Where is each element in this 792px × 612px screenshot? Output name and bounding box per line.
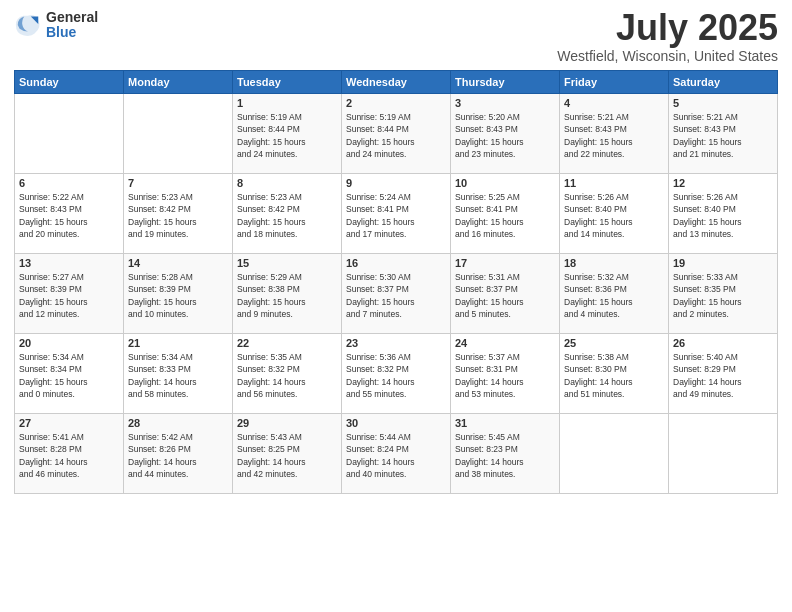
logo-general: General <box>46 10 98 25</box>
day-info: Sunrise: 5:21 AM Sunset: 8:43 PM Dayligh… <box>673 111 773 160</box>
day-number: 18 <box>564 257 664 269</box>
day-number: 9 <box>346 177 446 189</box>
calendar-cell: 13Sunrise: 5:27 AM Sunset: 8:39 PM Dayli… <box>15 254 124 334</box>
day-info: Sunrise: 5:32 AM Sunset: 8:36 PM Dayligh… <box>564 271 664 320</box>
logo-text: General Blue <box>46 10 98 41</box>
day-number: 12 <box>673 177 773 189</box>
calendar-cell: 21Sunrise: 5:34 AM Sunset: 8:33 PM Dayli… <box>124 334 233 414</box>
day-number: 24 <box>455 337 555 349</box>
day-info: Sunrise: 5:41 AM Sunset: 8:28 PM Dayligh… <box>19 431 119 480</box>
day-number: 11 <box>564 177 664 189</box>
day-number: 17 <box>455 257 555 269</box>
calendar-cell: 7Sunrise: 5:23 AM Sunset: 8:42 PM Daylig… <box>124 174 233 254</box>
day-info: Sunrise: 5:44 AM Sunset: 8:24 PM Dayligh… <box>346 431 446 480</box>
logo-icon <box>14 11 42 39</box>
day-number: 23 <box>346 337 446 349</box>
day-info: Sunrise: 5:35 AM Sunset: 8:32 PM Dayligh… <box>237 351 337 400</box>
location: Westfield, Wisconsin, United States <box>557 48 778 64</box>
week-row-2: 13Sunrise: 5:27 AM Sunset: 8:39 PM Dayli… <box>15 254 778 334</box>
column-header-sunday: Sunday <box>15 71 124 94</box>
calendar-cell: 29Sunrise: 5:43 AM Sunset: 8:25 PM Dayli… <box>233 414 342 494</box>
month-title: July 2025 <box>557 10 778 46</box>
day-info: Sunrise: 5:23 AM Sunset: 8:42 PM Dayligh… <box>128 191 228 240</box>
day-number: 15 <box>237 257 337 269</box>
day-number: 26 <box>673 337 773 349</box>
calendar-cell: 24Sunrise: 5:37 AM Sunset: 8:31 PM Dayli… <box>451 334 560 414</box>
week-row-3: 20Sunrise: 5:34 AM Sunset: 8:34 PM Dayli… <box>15 334 778 414</box>
day-info: Sunrise: 5:21 AM Sunset: 8:43 PM Dayligh… <box>564 111 664 160</box>
day-info: Sunrise: 5:40 AM Sunset: 8:29 PM Dayligh… <box>673 351 773 400</box>
calendar-cell: 9Sunrise: 5:24 AM Sunset: 8:41 PM Daylig… <box>342 174 451 254</box>
calendar-cell: 19Sunrise: 5:33 AM Sunset: 8:35 PM Dayli… <box>669 254 778 334</box>
day-number: 30 <box>346 417 446 429</box>
day-number: 3 <box>455 97 555 109</box>
calendar-cell: 12Sunrise: 5:26 AM Sunset: 8:40 PM Dayli… <box>669 174 778 254</box>
week-row-1: 6Sunrise: 5:22 AM Sunset: 8:43 PM Daylig… <box>15 174 778 254</box>
day-info: Sunrise: 5:25 AM Sunset: 8:41 PM Dayligh… <box>455 191 555 240</box>
day-number: 29 <box>237 417 337 429</box>
day-info: Sunrise: 5:36 AM Sunset: 8:32 PM Dayligh… <box>346 351 446 400</box>
calendar-cell: 10Sunrise: 5:25 AM Sunset: 8:41 PM Dayli… <box>451 174 560 254</box>
header-row: SundayMondayTuesdayWednesdayThursdayFrid… <box>15 71 778 94</box>
day-info: Sunrise: 5:31 AM Sunset: 8:37 PM Dayligh… <box>455 271 555 320</box>
day-info: Sunrise: 5:19 AM Sunset: 8:44 PM Dayligh… <box>346 111 446 160</box>
day-info: Sunrise: 5:20 AM Sunset: 8:43 PM Dayligh… <box>455 111 555 160</box>
day-number: 6 <box>19 177 119 189</box>
calendar-cell: 4Sunrise: 5:21 AM Sunset: 8:43 PM Daylig… <box>560 94 669 174</box>
day-info: Sunrise: 5:26 AM Sunset: 8:40 PM Dayligh… <box>564 191 664 240</box>
day-number: 20 <box>19 337 119 349</box>
day-number: 22 <box>237 337 337 349</box>
day-number: 28 <box>128 417 228 429</box>
day-info: Sunrise: 5:42 AM Sunset: 8:26 PM Dayligh… <box>128 431 228 480</box>
day-info: Sunrise: 5:22 AM Sunset: 8:43 PM Dayligh… <box>19 191 119 240</box>
day-number: 25 <box>564 337 664 349</box>
day-number: 1 <box>237 97 337 109</box>
day-number: 14 <box>128 257 228 269</box>
day-number: 2 <box>346 97 446 109</box>
day-info: Sunrise: 5:33 AM Sunset: 8:35 PM Dayligh… <box>673 271 773 320</box>
week-row-0: 1Sunrise: 5:19 AM Sunset: 8:44 PM Daylig… <box>15 94 778 174</box>
calendar-cell: 6Sunrise: 5:22 AM Sunset: 8:43 PM Daylig… <box>15 174 124 254</box>
logo-blue: Blue <box>46 25 98 40</box>
day-number: 10 <box>455 177 555 189</box>
day-number: 21 <box>128 337 228 349</box>
calendar-cell: 28Sunrise: 5:42 AM Sunset: 8:26 PM Dayli… <box>124 414 233 494</box>
day-info: Sunrise: 5:26 AM Sunset: 8:40 PM Dayligh… <box>673 191 773 240</box>
calendar-cell <box>669 414 778 494</box>
day-info: Sunrise: 5:37 AM Sunset: 8:31 PM Dayligh… <box>455 351 555 400</box>
day-number: 5 <box>673 97 773 109</box>
day-info: Sunrise: 5:28 AM Sunset: 8:39 PM Dayligh… <box>128 271 228 320</box>
day-number: 31 <box>455 417 555 429</box>
calendar-cell: 20Sunrise: 5:34 AM Sunset: 8:34 PM Dayli… <box>15 334 124 414</box>
calendar-cell: 14Sunrise: 5:28 AM Sunset: 8:39 PM Dayli… <box>124 254 233 334</box>
calendar-table: SundayMondayTuesdayWednesdayThursdayFrid… <box>14 70 778 494</box>
day-number: 7 <box>128 177 228 189</box>
calendar-cell: 27Sunrise: 5:41 AM Sunset: 8:28 PM Dayli… <box>15 414 124 494</box>
logo: General Blue <box>14 10 98 41</box>
day-number: 13 <box>19 257 119 269</box>
day-number: 27 <box>19 417 119 429</box>
title-block: July 2025 Westfield, Wisconsin, United S… <box>557 10 778 64</box>
day-info: Sunrise: 5:38 AM Sunset: 8:30 PM Dayligh… <box>564 351 664 400</box>
column-header-friday: Friday <box>560 71 669 94</box>
calendar-cell: 8Sunrise: 5:23 AM Sunset: 8:42 PM Daylig… <box>233 174 342 254</box>
day-info: Sunrise: 5:29 AM Sunset: 8:38 PM Dayligh… <box>237 271 337 320</box>
day-info: Sunrise: 5:45 AM Sunset: 8:23 PM Dayligh… <box>455 431 555 480</box>
calendar-cell: 25Sunrise: 5:38 AM Sunset: 8:30 PM Dayli… <box>560 334 669 414</box>
calendar-cell: 26Sunrise: 5:40 AM Sunset: 8:29 PM Dayli… <box>669 334 778 414</box>
column-header-wednesday: Wednesday <box>342 71 451 94</box>
calendar-cell: 1Sunrise: 5:19 AM Sunset: 8:44 PM Daylig… <box>233 94 342 174</box>
header: General Blue July 2025 Westfield, Wiscon… <box>14 10 778 64</box>
calendar-cell: 23Sunrise: 5:36 AM Sunset: 8:32 PM Dayli… <box>342 334 451 414</box>
day-number: 4 <box>564 97 664 109</box>
calendar-cell: 5Sunrise: 5:21 AM Sunset: 8:43 PM Daylig… <box>669 94 778 174</box>
calendar-cell: 11Sunrise: 5:26 AM Sunset: 8:40 PM Dayli… <box>560 174 669 254</box>
calendar-cell <box>15 94 124 174</box>
day-number: 8 <box>237 177 337 189</box>
day-number: 16 <box>346 257 446 269</box>
calendar-cell: 3Sunrise: 5:20 AM Sunset: 8:43 PM Daylig… <box>451 94 560 174</box>
day-info: Sunrise: 5:24 AM Sunset: 8:41 PM Dayligh… <box>346 191 446 240</box>
day-info: Sunrise: 5:23 AM Sunset: 8:42 PM Dayligh… <box>237 191 337 240</box>
calendar-cell: 17Sunrise: 5:31 AM Sunset: 8:37 PM Dayli… <box>451 254 560 334</box>
calendar-cell: 31Sunrise: 5:45 AM Sunset: 8:23 PM Dayli… <box>451 414 560 494</box>
